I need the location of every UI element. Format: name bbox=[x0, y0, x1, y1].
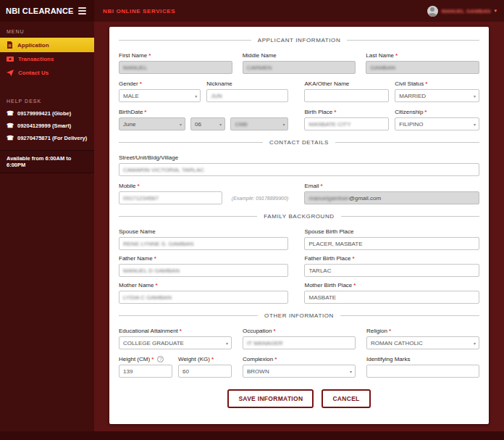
birth-year-select[interactable]: 1986▾ bbox=[230, 117, 288, 130]
citizenship-select[interactable]: FILIPINO▾ bbox=[395, 117, 479, 130]
field-label: Complexion bbox=[243, 356, 273, 362]
father-name-input[interactable]: MANUEL D GAMBAN bbox=[119, 264, 288, 277]
mother-birth-place-field: Mother Birth Place* MASBATE bbox=[304, 282, 479, 304]
citizenship-field: Citizenship* FILIPINO▾ bbox=[395, 109, 479, 130]
first-name-field: First Name* MANUEL bbox=[119, 52, 232, 74]
hamburger-menu-icon[interactable] bbox=[76, 5, 88, 17]
phone-icon: ☎ bbox=[7, 123, 14, 129]
gender-field: Gender* MALE▾ bbox=[119, 80, 201, 102]
chevron-down-icon: ▾ bbox=[180, 122, 182, 127]
helpdesk-phone-delivery: ☎ 09270475871 (For Delivery) bbox=[0, 132, 94, 144]
field-label: Middle Name bbox=[243, 52, 277, 59]
field-label: Father Name bbox=[119, 255, 153, 262]
gender-select[interactable]: MALE▾ bbox=[119, 89, 201, 102]
mother-name-input[interactable]: LYDIA C GAMBAN bbox=[119, 291, 288, 304]
field-label: Father Birth Place bbox=[304, 255, 350, 262]
required-marker: * bbox=[151, 356, 154, 362]
identifying-marks-field: Identifying Marks bbox=[366, 356, 479, 378]
aka-field: AKA/Other Name bbox=[304, 80, 389, 102]
last-name-field: Last Name* GAMBAN bbox=[366, 52, 479, 74]
section-family-background: FAMILY BACKGROUND bbox=[119, 213, 479, 220]
father-birth-place-input[interactable]: TARLAC bbox=[304, 264, 479, 277]
user-name: MANUEL GAMBAN bbox=[442, 8, 491, 14]
birth-month-select[interactable]: June▾ bbox=[119, 117, 185, 130]
field-label: Gender bbox=[119, 80, 138, 87]
phone-number: 09179999421 (Globe) bbox=[17, 110, 71, 117]
field-label: Educational Attainment bbox=[119, 328, 178, 334]
mobile-field: Mobile* 09171234567 (Example: 0917888990… bbox=[119, 183, 288, 204]
cancel-button[interactable]: CANCEL bbox=[322, 389, 370, 408]
sidebar-item-label: Application bbox=[17, 42, 49, 49]
sidebar: MENU Application Transactions Contact Us… bbox=[0, 22, 94, 431]
last-name-input[interactable]: GAMBAN bbox=[366, 61, 479, 74]
mother-birth-place-input[interactable]: MASBATE bbox=[304, 291, 479, 304]
spouse-birth-place-field: Spouse Birth Place PLACER, MASBATE bbox=[304, 228, 479, 250]
weight-input[interactable]: 60 bbox=[178, 365, 232, 378]
religion-select[interactable]: ROMAN CATHOLIC▾ bbox=[366, 336, 479, 349]
chevron-down-icon: ▾ bbox=[474, 94, 476, 99]
aka-input[interactable] bbox=[304, 89, 389, 102]
sidebar-item-application[interactable]: Application bbox=[0, 38, 94, 52]
nickname-input[interactable]: JUN bbox=[206, 89, 288, 102]
field-label: Spouse Birth Place bbox=[304, 228, 353, 235]
footer-strip bbox=[0, 431, 504, 440]
spouse-birth-place-input[interactable]: PLACER, MASBATE bbox=[304, 237, 479, 250]
identifying-marks-input[interactable] bbox=[366, 365, 479, 378]
required-marker: * bbox=[334, 109, 336, 115]
spouse-name-field: Spouse Name RENE LYNNE S. GAMBAN bbox=[119, 228, 288, 250]
field-label: Last Name bbox=[366, 52, 394, 59]
help-icon[interactable]: ? bbox=[157, 356, 164, 362]
section-other-information: OTHER INFORMATION bbox=[119, 312, 479, 319]
send-icon bbox=[7, 70, 14, 76]
occupation-input[interactable]: IT MANAGER bbox=[243, 336, 356, 349]
middle-name-input[interactable]: CARMEN bbox=[243, 61, 356, 74]
field-label: BirthDate bbox=[119, 109, 143, 115]
user-menu[interactable]: MANUEL GAMBAN ▾ bbox=[427, 0, 504, 22]
required-marker: * bbox=[353, 282, 356, 289]
save-information-button[interactable]: SAVE INFORMATION bbox=[227, 389, 314, 408]
father-birth-place-field: Father Birth Place* TARLAC bbox=[304, 255, 479, 277]
first-name-input[interactable]: MANUEL bbox=[119, 61, 232, 74]
field-label: Email bbox=[304, 183, 319, 189]
field-label: Nickname bbox=[206, 80, 232, 87]
field-label: AKA/Other Name bbox=[304, 80, 349, 87]
birth-place-input[interactable]: MASBATE CITY bbox=[304, 117, 389, 130]
main-content: APPLICANT INFORMATION First Name* MANUEL… bbox=[94, 22, 504, 431]
mother-name-field: Mother Name* LYDIA C GAMBAN bbox=[119, 282, 288, 304]
sidebar-item-label: Transactions bbox=[18, 56, 54, 62]
required-marker: * bbox=[154, 255, 156, 262]
field-label: Occupation bbox=[243, 328, 272, 334]
top-bar: NBI CLEARANCE NBI ONLINE SERVICES MANUEL… bbox=[0, 0, 504, 22]
birthdate-field: BirthDate* June▾ 06▾ 1986▾ bbox=[119, 109, 288, 130]
field-label: First Name bbox=[119, 52, 147, 59]
field-label: Civil Status bbox=[395, 80, 424, 87]
complexion-select[interactable]: BROWN▾ bbox=[243, 365, 356, 378]
phone-icon: ☎ bbox=[7, 135, 14, 141]
required-marker: * bbox=[389, 328, 391, 334]
education-select[interactable]: COLLEGE GRADUATE▾ bbox=[119, 336, 232, 349]
phone-number: 09270475871 (For Delivery) bbox=[17, 135, 87, 141]
chevron-down-icon: ▾ bbox=[474, 122, 476, 127]
sidebar-item-transactions[interactable]: Transactions bbox=[0, 52, 94, 66]
field-label: Religion bbox=[366, 328, 387, 334]
required-marker: * bbox=[395, 52, 398, 59]
civil-status-select[interactable]: MARRIED▾ bbox=[395, 89, 479, 102]
birth-day-select[interactable]: 06▾ bbox=[190, 117, 225, 130]
height-input[interactable]: 139 bbox=[119, 365, 172, 378]
spouse-name-input[interactable]: RENE LYNNE S. GAMBAN bbox=[119, 237, 288, 250]
email-input[interactable]: manuelgamban@gmail.com bbox=[304, 191, 479, 204]
field-label: Mother Birth Place bbox=[304, 282, 352, 289]
birth-place-field: Birth Place* MASBATE CITY bbox=[304, 109, 389, 130]
street-input[interactable]: CAMARIN VICTORIA, TARLAC bbox=[119, 163, 479, 176]
required-marker: * bbox=[425, 80, 427, 87]
street-field: Street/Unit/Bldg/Village CAMARIN VICTORI… bbox=[119, 154, 479, 176]
page-title: NBI ONLINE SERVICES bbox=[94, 0, 175, 22]
app-logo: NBI CLEARANCE bbox=[6, 7, 74, 15]
mobile-input[interactable]: 09171234567 bbox=[119, 191, 222, 204]
money-icon bbox=[7, 57, 14, 62]
sidebar-item-label: Contact Us bbox=[18, 70, 49, 76]
sidebar-item-contact-us[interactable]: Contact Us bbox=[0, 66, 94, 80]
helpdesk-phone-smart: ☎ 09204129999 (Smart) bbox=[0, 120, 94, 132]
section-contact-details: CONTACT DETAILS bbox=[119, 139, 479, 146]
nickname-field: Nickname JUN bbox=[206, 80, 288, 102]
